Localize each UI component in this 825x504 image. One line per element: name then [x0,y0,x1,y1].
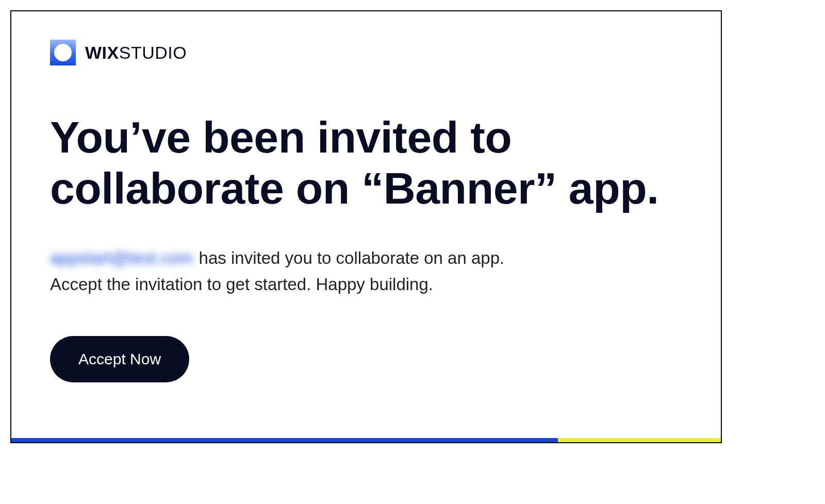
invitation-body: appstart@test.com has invited you to col… [50,245,682,297]
body-line2: Accept the invitation to get started. Ha… [50,275,433,294]
logo-circle-icon [54,44,72,61]
accept-now-label: Accept Now [78,350,161,368]
invitation-email-card: WIXSTUDIO You’ve been invited to collabo… [10,10,722,443]
body-line1-tail: has invited you to collaborate on an app… [194,248,504,267]
footer-bar-yellow [558,438,721,442]
logo-row: WIXSTUDIO [50,40,682,65]
invitation-headline: You’ve been invited to collaborate on “B… [50,112,682,214]
logo-text: WIXSTUDIO [85,43,187,63]
footer-accent-bar [11,438,721,442]
sender-email: appstart@test.com [50,245,193,271]
logo-brand-bold: WIX [85,43,119,62]
footer-bar-blue [11,438,558,442]
accept-now-button[interactable]: Accept Now [50,336,189,382]
wix-studio-logo-icon [50,40,76,65]
logo-brand-light: STUDIO [119,43,187,62]
